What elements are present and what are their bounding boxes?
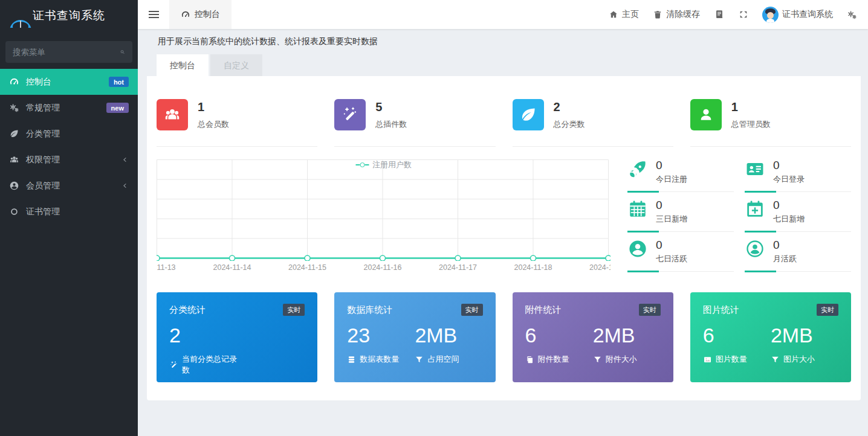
account-label: 证书查询系统 [782,9,833,20]
mini-stat-value: 0 [773,239,797,252]
stat-icon-box [334,99,366,130]
stat-icon-box [513,99,544,130]
sidebar-item-general[interactable]: 常规管理 new [0,95,138,121]
clear-cache-button[interactable]: 清除缓存 [653,9,700,20]
summary-card-images: 图片统计 实时 6 图片数量 2MB 图片大小 [690,292,851,382]
mini-stats-grid: 0今日注册 0今日登录 0三日新增 0七日新增 0七日活跃 [627,157,852,277]
summary-value-label: 附件数量 [538,354,569,365]
dashboard-panel: 1总会员数 5总插件数 2总分类数 1总管理员数 注册用户数 [147,76,861,400]
realtime-badge: 实时 [461,304,483,316]
stat-card-admins: 1总管理员数 [690,99,851,147]
search-input[interactable] [13,48,120,57]
x-tick-label: 2024-11-16 [363,263,401,272]
home-button[interactable]: 主页 [609,9,639,20]
user-circle-outline-icon [745,239,765,259]
docs-icon[interactable] [714,9,725,20]
summary-card-attachments: 附件统计 实时 6 附件数量 2MB 附件大小 [513,292,673,382]
legend-label: 注册用户数 [372,159,412,170]
mini-stat-today-registered: 0今日注册 [627,157,735,197]
summary-card-title: 数据库统计 [347,304,392,316]
stat-label: 总会员数 [198,119,229,130]
topbar-tab-dashboard[interactable]: 控制台 [169,0,232,29]
stat-icon-box [690,99,722,130]
user-icon [697,106,715,124]
stat-icon-box [157,99,188,130]
summary-card-categories: 分类统计 实时 2 当前分类总记录数 [157,292,317,382]
registered-users-chart: 注册用户数 11-132024-11-142024-11-152024-11-1… [157,157,611,275]
stat-card-members: 1总会员数 [157,99,317,147]
filter-icon [771,355,780,364]
topbar-actions: 主页 清除缓存 证书查询系统 [609,7,868,23]
dashboard-icon [181,10,190,19]
stat-card-categories: 2总分类数 [513,99,673,147]
mini-stat-label: 今日注册 [656,174,687,185]
search-icon[interactable] [120,47,125,57]
summary-value: 6 [703,324,771,347]
menu-search[interactable] [5,41,132,63]
sidebar-item-permissions[interactable]: 权限管理 [0,147,138,173]
hot-badge: hot [109,77,129,87]
sidebar-menu: 控制台 hot 常规管理 new 分类管理 权限管理 会员管理 证书管理 [0,69,138,225]
app-title: 证书查询系统 [0,0,138,18]
mini-stat-value: 0 [773,199,805,212]
summary-value-label: 图片数量 [716,354,747,365]
mini-stat-7day-active: 0七日活跃 [627,237,735,277]
sidebar-item-label: 常规管理 [26,103,60,114]
realtime-badge: 实时 [817,304,838,316]
stat-value: 1 [731,100,771,114]
chart-legend[interactable]: 注册用户数 [355,159,412,170]
mini-stat-value: 0 [656,199,687,212]
fullscreen-icon[interactable] [739,10,748,19]
summary-card-database: 数据库统计 实时 23 数据表数量 2MB 占用空间 [334,292,495,382]
sidebar-item-dashboard[interactable]: 控制台 hot [0,69,138,95]
summary-value: 6 [525,324,593,347]
sidebar-item-certificates[interactable]: 证书管理 [0,199,138,225]
topbar: 控制台 主页 清除缓存 证书查询系统 [138,0,868,29]
x-tick-label: 11-13 [157,263,176,272]
filter-icon [593,355,602,364]
tab-custom[interactable]: 自定义 [210,54,262,76]
mini-stat-value: 0 [656,239,687,252]
summary-value-label: 图片大小 [783,354,815,365]
calendar-icon [627,199,648,219]
stat-card-plugins: 5总插件数 [334,99,495,147]
mini-stat-month-active: 0月活跃 [745,237,852,277]
mini-stat-7day-new: 0七日新增 [745,197,852,237]
tab-dashboard[interactable]: 控制台 [157,54,209,76]
sidebar-item-category[interactable]: 分类管理 [0,121,138,147]
mini-stat-3day-new: 0三日新增 [627,197,735,237]
trash-icon [653,10,662,19]
magic-wand-icon [341,106,359,124]
sidebar-item-members[interactable]: 会员管理 [0,173,138,199]
summary-card-title: 图片统计 [703,304,739,316]
summary-value: 2MB [771,324,838,347]
x-tick-label: 2024-11-15 [288,263,326,272]
summary-value-label: 占用空间 [427,354,459,365]
avatar-shine [20,21,21,28]
sidebar-item-label: 证书管理 [26,207,60,217]
gears-icon[interactable] [847,10,857,20]
copy-icon [525,355,534,364]
summary-value-label: 附件大小 [606,354,637,365]
page-description: 用于展示当前系统中的统计数据、统计报表及重要实时数据 [138,29,868,47]
database-icon [347,355,356,364]
topbar-tab-label: 控制台 [195,9,220,20]
stat-value: 5 [375,100,407,114]
stat-label: 总管理员数 [731,119,771,130]
stat-label: 总分类数 [554,119,585,130]
sidebar-toggle-button[interactable] [138,0,169,29]
image-icon [703,355,712,364]
avatar [10,20,31,28]
mini-stat-label: 三日新增 [656,214,687,225]
users-icon [9,155,19,165]
account-menu[interactable]: 证书查询系统 [762,7,833,23]
mini-stat-value: 0 [656,159,687,172]
calendar-plus-icon [745,199,765,219]
new-badge: new [106,103,129,113]
mini-stat-label: 月活跃 [773,254,797,264]
leaf-icon [9,129,19,139]
user-avatar[interactable] [762,7,779,23]
stats-row: 1总会员数 5总插件数 2总分类数 1总管理员数 [147,76,861,147]
chart-x-axis-labels: 11-132024-11-142024-11-152024-11-162024-… [157,263,611,274]
rocket-icon [627,159,648,179]
